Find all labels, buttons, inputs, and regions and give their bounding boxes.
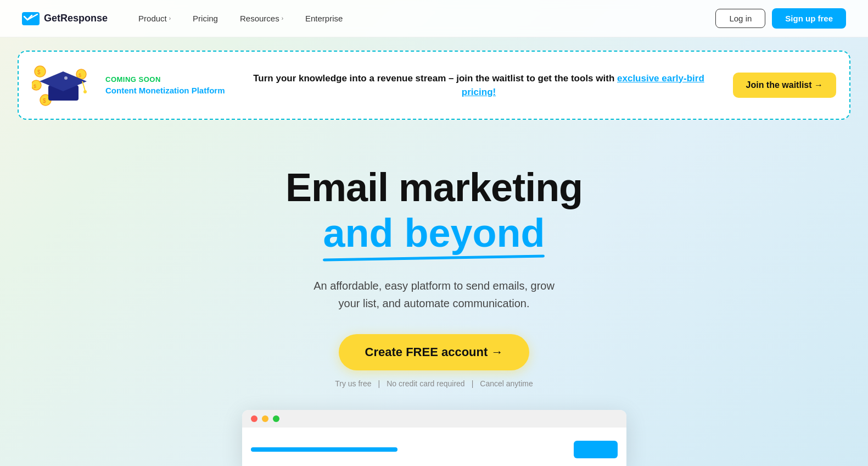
logo-text: GetResponse bbox=[44, 13, 108, 24]
hero-title-line2: and beyond bbox=[323, 212, 545, 255]
svg-text:$: $ bbox=[79, 73, 81, 78]
hero-section: Email marketing and beyond An affordable… bbox=[0, 133, 868, 466]
grad-cap-icon: $ $ $ $ bbox=[32, 60, 92, 110]
svg-point-13 bbox=[64, 76, 68, 80]
nav-enterprise[interactable]: Enterprise bbox=[296, 9, 351, 27]
svg-point-12 bbox=[83, 90, 87, 93]
logo-link[interactable]: GetResponse bbox=[22, 12, 108, 25]
banner-illustration: $ $ $ $ bbox=[32, 60, 92, 110]
waitlist-button[interactable]: Join the waitlist → bbox=[733, 73, 836, 98]
browser-close-dot bbox=[251, 415, 257, 422]
disclaimer-part3: Cancel anytime bbox=[480, 379, 533, 388]
navbar: GetResponse Product › Pricing Resources … bbox=[0, 0, 868, 37]
svg-text:$: $ bbox=[33, 84, 36, 89]
disclaimer-sep2: | bbox=[472, 379, 474, 388]
svg-line-11 bbox=[82, 81, 85, 91]
browser-bar bbox=[242, 410, 626, 428]
create-account-button[interactable]: Create FREE account → bbox=[339, 334, 530, 370]
nav-product[interactable]: Product › bbox=[130, 9, 180, 27]
product-chevron-icon: › bbox=[169, 15, 171, 21]
disclaimer-part2: No credit card required bbox=[387, 379, 464, 388]
banner-label: COMING SOON Content Monetization Platfor… bbox=[105, 75, 225, 95]
browser-content-button bbox=[574, 441, 618, 458]
coming-soon-text: COMING SOON bbox=[105, 75, 225, 84]
browser-preview bbox=[242, 410, 626, 466]
promo-banner: $ $ $ $ COMING SOON Content Monetization… bbox=[18, 51, 850, 120]
platform-name-text: Content Monetization Platform bbox=[105, 86, 225, 95]
svg-text:$: $ bbox=[37, 69, 41, 75]
hero-disclaimer: Try us free | No credit card required | … bbox=[335, 379, 533, 388]
browser-content bbox=[242, 428, 626, 466]
disclaimer-part1: Try us free bbox=[335, 379, 371, 388]
hero-description: An affordable, easy platform to send ema… bbox=[303, 277, 566, 312]
hero-title-line1: Email marketing bbox=[285, 166, 583, 209]
browser-expand-dot bbox=[273, 415, 279, 422]
getresponse-logo-icon bbox=[22, 12, 40, 25]
resources-chevron-icon: › bbox=[282, 15, 283, 21]
nav-links: Product › Pricing Resources › Enterprise bbox=[130, 9, 715, 27]
browser-minimize-dot bbox=[262, 415, 268, 422]
svg-text:$: $ bbox=[43, 98, 46, 104]
nav-actions: Log in Sign up free bbox=[715, 8, 846, 29]
login-button[interactable]: Log in bbox=[715, 9, 765, 28]
nav-resources[interactable]: Resources › bbox=[231, 9, 292, 27]
banner-body-text: Turn your knowledge into a revenue strea… bbox=[238, 71, 720, 99]
signup-button[interactable]: Sign up free bbox=[772, 8, 846, 29]
disclaimer-sep1: | bbox=[378, 379, 380, 388]
browser-content-bar bbox=[251, 447, 397, 452]
nav-pricing[interactable]: Pricing bbox=[184, 9, 227, 27]
